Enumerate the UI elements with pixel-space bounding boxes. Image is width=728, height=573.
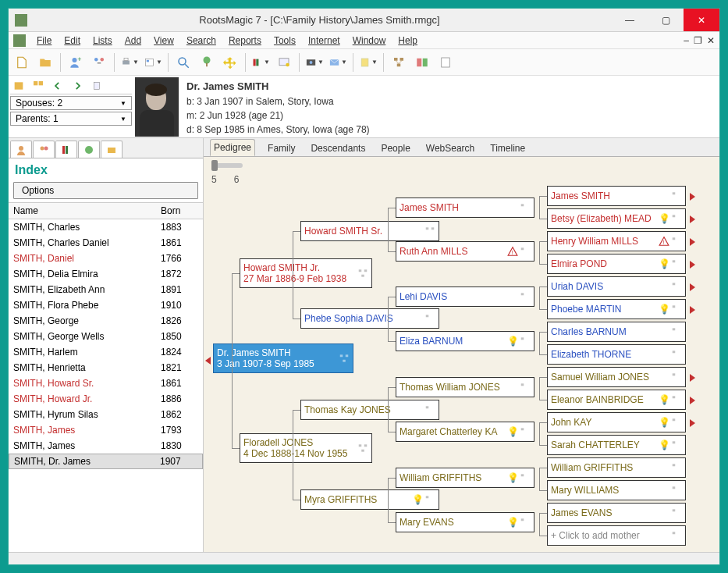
mail-button[interactable]: ▼	[328, 52, 348, 73]
tree-icon[interactable]	[671, 530, 682, 541]
hint-icon[interactable]: 💡	[659, 213, 669, 224]
index-row[interactable]: SMITH, Elizabeth Ann1891	[9, 282, 203, 297]
g5-box-d[interactable]: Elmira POND💡	[547, 254, 686, 274]
tab-timeline[interactable]: Timeline	[487, 141, 528, 156]
g5-box-b[interactable]: Betsy (Elizabeth) MEAD💡	[547, 208, 686, 229]
menu-tools[interactable]: Tools	[269, 34, 300, 48]
index-row[interactable]: SMITH, Howard Sr.1861	[9, 375, 203, 391]
sidebar-tab-family[interactable]	[33, 141, 55, 158]
tree-icon[interactable]	[671, 236, 682, 247]
family-tree-icon[interactable]	[389, 52, 409, 73]
gf-paternal-box[interactable]: Howard SMITH Sr.	[300, 221, 439, 241]
hint-icon[interactable]: 💡	[507, 426, 518, 437]
tree-icon[interactable]	[671, 258, 682, 269]
app-menu-icon[interactable]	[13, 34, 26, 47]
gm-paternal-box[interactable]: Phebe Sophia DAVIS	[300, 308, 439, 329]
tree-icon[interactable]	[671, 281, 682, 292]
menu-search[interactable]: Search	[182, 34, 221, 48]
g4-box-b[interactable]: Ruth Ann MILLS!	[396, 241, 534, 262]
index-row[interactable]: SMITH, James1793	[9, 422, 203, 438]
gm-maternal-box[interactable]: Myra GRIFFITHS💡	[300, 489, 439, 510]
g4-box-g[interactable]: William GRIFFITHS💡	[396, 468, 534, 488]
mdi-minimize-icon[interactable]: –	[684, 35, 689, 46]
nav-right-arrow[interactable]	[690, 306, 695, 314]
g4-box-d[interactable]: Eliza BARNUM💡	[396, 331, 534, 351]
index-row[interactable]: SMITH, Harlem1824	[9, 344, 203, 360]
spouses-selector[interactable]: Spouses: 2 ▼	[10, 96, 132, 110]
tree-icon[interactable]	[520, 426, 531, 437]
nav-right-arrow[interactable]	[690, 215, 695, 223]
mdi-restore-icon[interactable]: ❐	[694, 35, 702, 46]
hint-icon[interactable]: 💡	[659, 304, 669, 315]
tree-icon[interactable]	[520, 517, 531, 528]
g5-box-m[interactable]: William GRIFFITHS	[547, 457, 686, 478]
tree-icon[interactable]	[671, 349, 682, 360]
index-row[interactable]: SMITH, Delia Elmira1872	[9, 266, 203, 282]
g4-box-e[interactable]: Thomas William JONES	[396, 377, 534, 397]
gen-slider[interactable]	[211, 163, 243, 168]
tree-icon[interactable]	[520, 291, 531, 302]
g4-box-h[interactable]: Mary EVANS💡	[396, 512, 534, 532]
menu-window[interactable]: Window	[348, 34, 391, 48]
add-person-button[interactable]: +	[66, 52, 86, 73]
tab-pedigree[interactable]: Pedigree	[210, 139, 255, 156]
mother-box[interactable]: Floradell JONES4 Dec 1888-14 Nov 1955	[240, 433, 372, 463]
sidebar-tab-history[interactable]	[78, 141, 100, 158]
tree-icon[interactable]	[671, 507, 682, 518]
index-row[interactable]: SMITH, James1830	[9, 438, 203, 454]
mdi-close-icon[interactable]: ✕	[707, 35, 715, 46]
relationship-button[interactable]	[89, 52, 109, 73]
tree-icon[interactable]	[671, 394, 682, 405]
g5-box-g[interactable]: Charles BARNUM	[547, 322, 686, 342]
maximize-button[interactable]: ▢	[648, 9, 684, 31]
index-row[interactable]: SMITH, Howard Jr.1886	[9, 391, 203, 407]
index-list[interactable]: SMITH, Charles1883SMITH, Charles Daniel1…	[9, 219, 203, 552]
index-row[interactable]: SMITH, Hyrum Silas1862	[9, 407, 203, 422]
tree-icon[interactable]	[357, 443, 368, 454]
books-button[interactable]: ▼	[250, 52, 271, 73]
index-row[interactable]: SMITH, Charles1883	[9, 219, 203, 235]
open-file-button[interactable]	[35, 52, 55, 73]
index-row[interactable]: SMITH, George1826	[9, 313, 203, 329]
tree-icon[interactable]	[357, 268, 368, 279]
nav-right-arrow[interactable]	[690, 374, 695, 382]
nav-right-arrow[interactable]	[690, 193, 695, 201]
menu-lists[interactable]: Lists	[88, 34, 117, 48]
tree-icon[interactable]	[671, 326, 682, 337]
sidebar-tab-index[interactable]	[10, 141, 32, 158]
tree-icon[interactable]	[671, 213, 682, 224]
tree-icon[interactable]	[424, 226, 435, 237]
tree-icon[interactable]	[520, 246, 531, 257]
tree-icon[interactable]	[424, 494, 435, 505]
tree-icon[interactable]	[671, 304, 682, 315]
pedigree-chart[interactable]: Dr. James SMITH3 Jan 1907-8 Sep 1985 How…	[204, 185, 719, 552]
index-row[interactable]: SMITH, Flora Phebe1910	[9, 297, 203, 313]
index-row[interactable]: SMITH, Dr. James1907	[9, 454, 203, 469]
index-row[interactable]: SMITH, Charles Daniel1861	[9, 235, 203, 251]
hint-icon[interactable]: 💡	[412, 494, 423, 505]
mini-fwd-button[interactable]	[69, 78, 86, 94]
options-button[interactable]: Options	[13, 182, 198, 199]
nav-right-arrow[interactable]	[690, 419, 695, 427]
close-button[interactable]: ✕	[684, 9, 719, 31]
help-button[interactable]	[435, 52, 456, 73]
navigate-button[interactable]	[220, 52, 240, 73]
g5-box-n[interactable]: Mary WILLIAMS	[547, 480, 686, 500]
warning-icon[interactable]: !	[507, 246, 518, 257]
media-button[interactable]: ▼	[304, 52, 325, 73]
search-button[interactable]	[173, 52, 194, 73]
publish-button[interactable]: ▼	[143, 52, 163, 73]
tree-icon[interactable]	[339, 353, 350, 364]
new-file-button[interactable]	[12, 52, 32, 73]
index-row[interactable]: SMITH, George Wells1850	[9, 329, 203, 344]
mini-back-button[interactable]	[49, 78, 66, 94]
tree-icon[interactable]	[520, 472, 531, 483]
hint-icon[interactable]: 💡	[659, 258, 669, 269]
g5-box-i[interactable]: Samuel William JONES	[547, 367, 686, 387]
focus-person-box[interactable]: Dr. James SMITH3 Jan 1907-8 Sep 1985	[213, 343, 353, 373]
mini-home-button[interactable]	[10, 78, 27, 94]
g4-box-f[interactable]: Margaret Chatterley KA💡	[396, 422, 534, 442]
tab-people[interactable]: People	[378, 141, 413, 156]
print-button[interactable]: ▼	[119, 52, 140, 73]
nav-left-arrow[interactable]	[205, 357, 211, 365]
